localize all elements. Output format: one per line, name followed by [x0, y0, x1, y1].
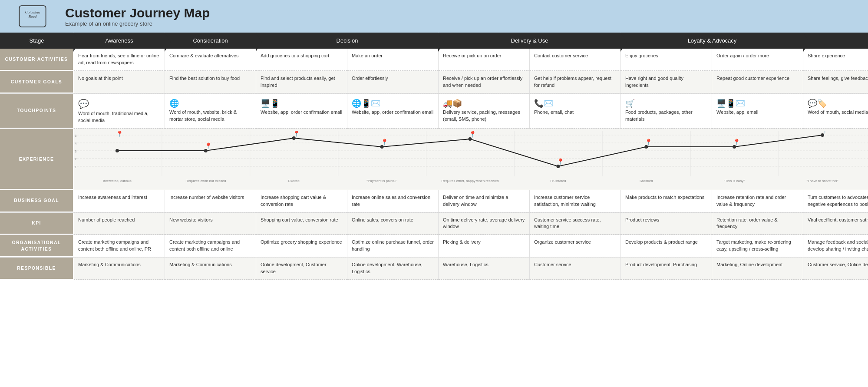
svg-text:Satisfied: Satisfied — [640, 179, 653, 183]
kpi-8: Viral coeffient, customer satisfaction — [803, 213, 868, 235]
awareness-label: Awareness — [105, 37, 133, 44]
biz-8: Turn customers to advocates, turn negati… — [803, 190, 868, 212]
touch-1: 🌐 Word of mouth, website, brick & mortar… — [165, 94, 256, 129]
biz-7: Increase retention rate and order value … — [712, 190, 803, 212]
goals-3: Order effortlessly — [347, 71, 439, 93]
kpi-2: Shopping cart value, conversion rate — [256, 213, 347, 235]
goals-2: Find and select products easily, get ins… — [256, 71, 347, 93]
activities-delivery1: Receive or pick up on order — [439, 49, 530, 71]
svg-point-24 — [380, 145, 384, 149]
svg-text:5: 5 — [75, 134, 77, 138]
svg-text:📍: 📍 — [116, 131, 124, 138]
goals-6: Have right and good quality ingredients — [621, 71, 712, 93]
stage-delivery: Delivery & Use — [439, 33, 621, 49]
responsible-label: RESPONSIBLE — [0, 258, 74, 280]
org-row: ORGANISATIONAL ACTIVITIES Create marketi… — [0, 235, 868, 258]
svg-point-25 — [469, 137, 472, 141]
svg-text:4: 4 — [75, 142, 77, 146]
resp-0: Marketing & Communications — [74, 258, 165, 280]
touch-6: 🛒 Food products, packages, other materia… — [621, 94, 712, 129]
svg-point-21 — [116, 149, 119, 152]
kpi-4: On time delivery rate, average delivery … — [439, 213, 530, 235]
activities-loyalty2: Share experience — [803, 49, 868, 71]
stage-col-title: Stage — [30, 37, 44, 44]
svg-text:Excited: Excited — [288, 179, 300, 183]
svg-text:Interested, curious: Interested, curious — [103, 179, 132, 183]
svg-point-29 — [821, 133, 824, 137]
org-3: Optimize online purchase funnel, order h… — [347, 235, 439, 257]
goals-5: Get help if problems appear, request for… — [530, 71, 621, 93]
kpi-3: Online sales, conversion rate — [347, 213, 439, 235]
business-label: BUSINESS GOAL — [0, 190, 74, 212]
activities-label: CUSTOMER ACTIVITIES — [0, 49, 74, 71]
svg-text:"Payment is painful": "Payment is painful" — [366, 179, 397, 183]
consideration-label: Consideration — [193, 37, 228, 44]
org-2: Optimize grocery shopping experience — [256, 235, 347, 257]
stage-label-header: Stage — [0, 33, 74, 49]
svg-text:📍: 📍 — [293, 131, 300, 137]
touch-2: 🖥️📱 Website, app, order confirmation ema… — [256, 94, 347, 129]
biz-2: Increase shopping cart value & conversio… — [256, 190, 347, 212]
activities-decision1: Add groceries to a shopping cart — [256, 49, 347, 71]
svg-text:Requires effort but excited: Requires effort but excited — [185, 179, 226, 183]
svg-text:📍: 📍 — [469, 131, 477, 138]
goals-0: No goals at this point — [74, 71, 165, 93]
activities-consideration: Compare & evaluate alternatives — [165, 49, 256, 71]
goals-label: CUSTOMER GOALS — [0, 71, 74, 93]
org-8: Manage feedback and social media, develo… — [803, 235, 868, 257]
touch-3: 🌐📱✉️ Website, app, order confirmation em… — [347, 94, 439, 129]
activities-row: CUSTOMER ACTIVITIES Hear from friends, s… — [0, 49, 868, 71]
subtitle: Example of an online grocery store — [65, 20, 210, 27]
experience-label: EXPERIENCE — [0, 129, 74, 190]
org-4: Picking & delivery — [439, 235, 530, 257]
stage-header-row: Stage Awareness Consideration Decision D… — [0, 33, 868, 49]
svg-text:📍: 📍 — [557, 158, 564, 165]
header-title-area: Customer Journey Map Example of an onlin… — [65, 6, 210, 27]
stage-decision: Decision — [256, 33, 439, 49]
kpi-7: Retention rate, order value & frequency — [712, 213, 803, 235]
kpi-6: Product reviews — [621, 213, 712, 235]
goals-4: Receive / pick up an order effortlessly … — [439, 71, 530, 93]
biz-4: Deliver on time and minimize a delivery … — [439, 190, 530, 212]
activities-awareness: Hear from friends, see offline or online… — [74, 49, 165, 71]
kpi-label: KPI — [0, 213, 74, 235]
touchpoints-row: TOUCHPOINTS 💬 Word of mouth, traditional… — [0, 94, 868, 129]
org-label: ORGANISATIONAL ACTIVITIES — [0, 235, 74, 257]
svg-text:3: 3 — [75, 149, 77, 153]
svg-point-28 — [733, 145, 736, 149]
activities-delivery3: Enjoy groceries — [621, 49, 712, 71]
svg-text:📍: 📍 — [381, 139, 389, 146]
activities-decision2: Make an order — [347, 49, 439, 71]
touch-4: 🚚📦 Delivery service, packing, messages (… — [439, 94, 530, 129]
svg-text:"This is easy": "This is easy" — [724, 179, 745, 183]
page-header: Columbia Road Customer Journey Map Examp… — [0, 0, 868, 33]
experience-chart-svg: 5 4 3 2 1 — [74, 131, 868, 187]
resp-7: Marketing, Online development — [712, 258, 803, 280]
resp-8: Customer service, Online development — [803, 258, 868, 280]
svg-point-27 — [644, 145, 648, 149]
biz-0: Increase awareness and interest — [74, 190, 165, 212]
resp-5: Customer service — [530, 258, 621, 280]
svg-point-23 — [292, 136, 296, 140]
stage-consideration: Consideration — [165, 33, 256, 49]
svg-text:1: 1 — [75, 165, 77, 169]
decision-label: Decision — [337, 37, 358, 44]
loyalty-label: Loyalty & Advocacy — [688, 37, 737, 44]
svg-text:Columbia: Columbia — [25, 10, 40, 14]
svg-text:📍: 📍 — [205, 142, 212, 150]
biz-3: Increase online sales and conversion rat… — [347, 190, 439, 212]
svg-text:📍: 📍 — [645, 139, 653, 146]
business-row: BUSINESS GOAL Increase awareness and int… — [0, 190, 868, 213]
goals-7: Repeat good customer experience — [712, 71, 803, 93]
kpi-5: Customer service success rate, waiting t… — [530, 213, 621, 235]
biz-6: Make products to match expectations — [621, 190, 712, 212]
org-7: Target marketing, make re-ordering easy,… — [712, 235, 803, 257]
touch-5: 📞✉️ Phone, email, chat — [530, 94, 621, 129]
experience-chart-area: 5 4 3 2 1 — [74, 129, 868, 190]
svg-text:2: 2 — [75, 157, 77, 161]
touch-8: 💬🏷️ Word of mouth, social media — [803, 94, 868, 129]
svg-text:"I have to share this": "I have to share this" — [806, 179, 838, 183]
resp-3: Online development, Warehouse, Logistics — [347, 258, 439, 280]
org-5: Organize customer service — [530, 235, 621, 257]
resp-4: Warehouse, Logistics — [439, 258, 530, 280]
